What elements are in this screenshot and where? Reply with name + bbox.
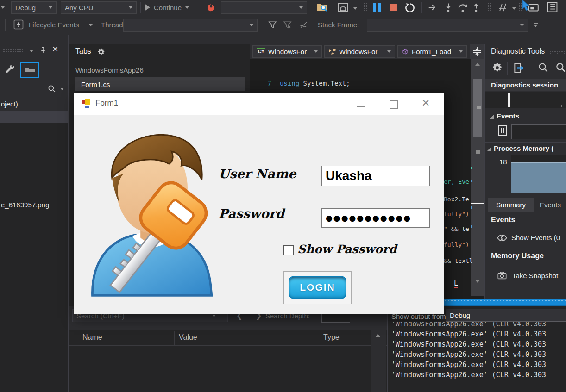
gear-icon[interactable]	[97, 48, 105, 56]
filter-icon[interactable]	[268, 20, 277, 30]
chevron-down-icon	[49, 6, 52, 9]
close-icon[interactable]: ✕	[52, 44, 58, 54]
scrollbar-up-icon[interactable]	[475, 63, 480, 66]
panel-drag-handle[interactable]	[549, 50, 565, 54]
member-dropdown[interactable]: Form1_Load	[397, 45, 467, 58]
chevron-down-icon[interactable]	[89, 24, 93, 26]
thread-dropdown[interactable]	[123, 19, 258, 32]
login-label: LOGIN	[300, 282, 335, 293]
login-button[interactable]: LOGIN	[289, 276, 346, 299]
continue-button[interactable]: Continue	[145, 2, 189, 13]
toolbar-drag-handle[interactable]	[487, 2, 491, 12]
watch-window-icon[interactable]	[546, 1, 560, 13]
find-in-files-icon[interactable]	[316, 2, 328, 13]
toolbar-empty-dropdown[interactable]	[221, 1, 307, 14]
selected-tool-button[interactable]	[20, 62, 39, 78]
split-editor-button[interactable]	[470, 44, 484, 59]
show-events-link[interactable]: Show Events (0	[485, 229, 566, 247]
platform-dropdown[interactable]: Any CPU	[61, 1, 137, 14]
scrollbar-down-icon[interactable]	[475, 280, 480, 283]
home-icon[interactable]	[337, 2, 349, 13]
output-source-value: Debug	[450, 311, 470, 319]
pause-button[interactable]	[373, 3, 383, 12]
export-icon[interactable]	[512, 62, 525, 74]
zoom-in-icon[interactable]	[537, 62, 549, 74]
collapse-triangle-icon[interactable]	[486, 146, 492, 152]
form1-window[interactable]: Form1 ✕	[74, 93, 444, 314]
session-timeline[interactable]	[485, 92, 566, 108]
overflow-chevron-icon[interactable]	[512, 6, 516, 10]
partial-file-name[interactable]: e_6163957.png	[1, 201, 49, 209]
step-into-icon[interactable]	[443, 2, 454, 13]
panel-drag-handle[interactable]	[3, 48, 23, 53]
tab-form1cs[interactable]: Form1.cs	[75, 77, 245, 91]
watch-header-row: Name Value Type	[69, 330, 387, 346]
events-tool-icon	[25, 69, 35, 72]
platform-value: Any CPU	[65, 4, 94, 12]
chevron-down-icon	[299, 6, 303, 9]
filter-clear-icon[interactable]	[283, 20, 292, 30]
toolbar-drag-handle[interactable]	[364, 2, 367, 12]
chevron-down-icon	[250, 24, 253, 26]
username-input[interactable]	[321, 166, 430, 186]
search-icon[interactable]	[47, 84, 57, 93]
password-input[interactable]	[321, 208, 430, 228]
show-next-statement-icon[interactable]	[427, 2, 439, 12]
output-line: 'WindowsFormsApp26.exe' (CLR v4.0.303	[391, 322, 566, 329]
minimize-button[interactable]	[354, 97, 368, 110]
column-name[interactable]: Name	[82, 333, 102, 342]
partial-project-row[interactable]: oject)	[1, 100, 18, 108]
lifecycle-events-label[interactable]: Lifecycle Events	[29, 21, 79, 29]
step-over-icon[interactable]	[457, 2, 469, 13]
wrench-icon[interactable]	[5, 64, 16, 75]
hot-reload-icon[interactable]	[206, 2, 215, 12]
chevron-down-icon[interactable]	[212, 315, 216, 317]
output-source-dropdown[interactable]: Debug	[446, 309, 566, 322]
show-password-checkbox[interactable]	[283, 245, 294, 255]
stack-frame-dropdown[interactable]	[367, 19, 528, 32]
chevron-down-icon[interactable]	[60, 88, 64, 90]
show-password-label[interactable]: Show Password	[297, 243, 396, 256]
lifecycle-events-icon[interactable]	[13, 19, 24, 30]
code-fragment: er, Eve	[444, 178, 469, 185]
chevron-down-icon[interactable]	[1, 6, 5, 9]
column-value[interactable]: Value	[179, 333, 197, 342]
output-line: 'WindowsFormsApp26.exe' (CLR v4.0.303	[391, 360, 566, 370]
zoom-out-icon[interactable]	[555, 62, 566, 74]
stack-frame-label: Stack Frame:	[318, 21, 359, 29]
restart-icon[interactable]	[404, 2, 416, 14]
solution-config-dropdown[interactable]: Debug	[11, 1, 57, 14]
suppress-icon[interactable]	[298, 20, 309, 30]
overflow-chevron-icon[interactable]	[353, 6, 358, 10]
watch-scrollbar[interactable]	[371, 330, 386, 392]
collapse-triangle-icon[interactable]	[489, 114, 495, 119]
pin-icon[interactable]	[39, 45, 47, 55]
maximize-button[interactable]	[387, 97, 401, 110]
stop-button[interactable]	[390, 4, 397, 11]
selected-row[interactable]	[0, 112, 68, 123]
project-dropdown[interactable]: C# WindowsFor	[252, 45, 322, 58]
class-dropdown[interactable]: WindowsFor	[324, 45, 395, 58]
events-section-header[interactable]: Events	[497, 112, 519, 120]
tab-summary[interactable]: Summary	[488, 198, 534, 212]
panel-splitter-active[interactable]	[443, 299, 566, 306]
close-button[interactable]: ✕	[419, 97, 433, 110]
output-log[interactable]: 'WindowsFormsApp26.exe' (CLR v4.0.303 'W…	[391, 322, 566, 392]
form1-titlebar[interactable]: Form1 ✕	[74, 93, 444, 115]
step-out-icon[interactable]	[471, 2, 482, 13]
code-fragment: fully")	[444, 211, 469, 218]
gear-icon[interactable]	[492, 62, 503, 73]
memory-usage-header: Memory Usage	[491, 252, 544, 260]
take-snapshot-button[interactable]: Take Snapshot	[485, 267, 566, 285]
tab-events[interactable]: Events	[536, 198, 564, 212]
scrollbar-up-icon[interactable]	[376, 334, 380, 337]
column-type[interactable]: Type	[323, 333, 340, 342]
script-debug-icon[interactable]	[497, 2, 509, 13]
chevron-down-icon[interactable]	[30, 50, 33, 52]
output-line: 'WindowsFormsApp26.exe' (CLR v4.0.303	[391, 370, 566, 380]
process-memory-header[interactable]: Process Memory (	[494, 144, 553, 152]
memory-chart[interactable]	[511, 155, 566, 192]
overflow-chevron-icon[interactable]	[534, 23, 538, 27]
username-label: User Name	[219, 167, 296, 181]
login-picturebox[interactable]: LOGIN	[283, 271, 352, 304]
